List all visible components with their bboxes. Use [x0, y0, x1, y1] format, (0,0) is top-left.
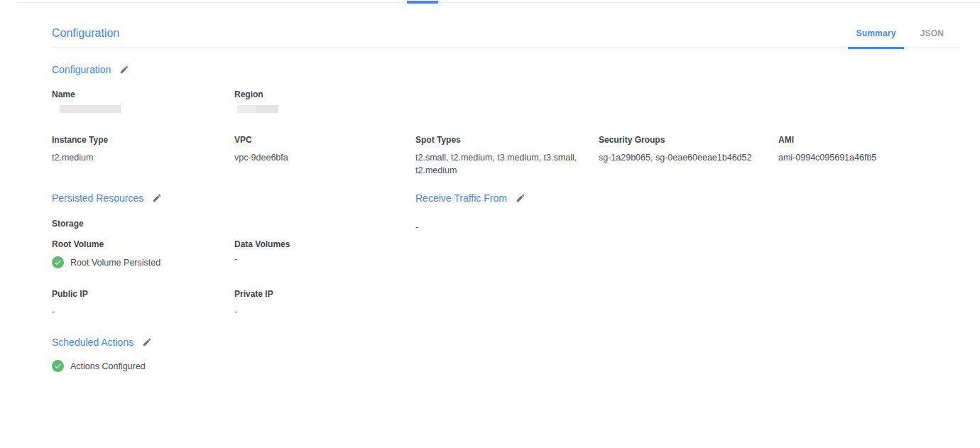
scheduled-actions-status-text: Actions Configured [70, 361, 146, 371]
data-volumes-label: Data Volumes [234, 239, 415, 250]
tab-summary-label: Summary [856, 28, 895, 38]
field-spot-types-label: Spot Types [415, 135, 586, 146]
edit-scheduled-actions-button[interactable] [141, 337, 153, 348]
pencil-icon [516, 193, 526, 203]
private-ip-label: Private IP [234, 289, 415, 300]
field-ami-value: ami-0994c095691a46fb5 [778, 151, 947, 164]
configuration-section-title: Configuration [52, 64, 111, 75]
tab-json-label: JSON [920, 28, 944, 38]
field-spot-types: Spot Types t2.small, t2.medium, t3.mediu… [415, 135, 599, 177]
field-region: Region [234, 89, 415, 113]
view-tabs: Summary JSON [848, 28, 960, 48]
field-vpc: VPC vpc-9dee6bfa [234, 135, 415, 177]
scheduled-actions-title: Scheduled Actions [52, 337, 134, 348]
scheduled-actions-status: Actions Configured [52, 360, 960, 372]
field-name: Name [52, 89, 234, 113]
field-security-groups: Security Groups sg-1a29b065, sg-0eae60ee… [599, 135, 778, 177]
active-tab-underline [848, 47, 904, 49]
tab-json[interactable]: JSON [904, 28, 960, 48]
check-circle-icon [52, 256, 64, 268]
public-ip-label: Public IP [52, 289, 234, 300]
volumes-labels-row: Root Volume Data Volumes [52, 239, 415, 250]
data-volumes-value: - [234, 250, 415, 268]
edit-persisted-resources-button[interactable] [151, 192, 163, 204]
field-ami-label: AMI [778, 135, 947, 146]
edit-receive-traffic-from-button[interactable] [515, 192, 526, 204]
field-vpc-label: VPC [234, 135, 403, 146]
root-volume-label: Root Volume [52, 239, 234, 250]
field-name-label: Name [52, 89, 222, 100]
persisted-resources-header: Persisted Resources [52, 192, 415, 204]
edit-configuration-button[interactable] [119, 64, 130, 75]
volumes-values-row: Root Volume Persisted - [52, 250, 415, 268]
persisted-resources-section: Persisted Resources Storage Root Volume … [52, 192, 415, 318]
public-ip-value: - [52, 305, 234, 318]
main-content: Configuration Summary JSON Configuration… [52, 0, 960, 372]
configuration-fields-row-2: Instance Type t2.medium VPC vpc-9dee6bfa… [52, 135, 960, 177]
pencil-icon [152, 193, 162, 203]
field-security-groups-value: sg-1a29b065, sg-0eae60eeae1b46d52 [599, 151, 766, 164]
receive-traffic-from-title: Receive Traffic From [415, 192, 507, 204]
persisted-resources-title: Persisted Resources [52, 192, 143, 204]
page: { "header": { "page_title": "Configurati… [0, 0, 980, 448]
field-instance-type-value: t2.medium [52, 151, 222, 164]
field-vpc-value: vpc-9dee6bfa [234, 151, 403, 164]
configuration-fields-row-1: Name Region [52, 89, 960, 113]
check-circle-icon [52, 360, 64, 372]
field-security-groups-label: Security Groups [599, 135, 766, 146]
field-region-label: Region [234, 89, 403, 100]
scheduled-actions-section: Scheduled Actions Actions Configured [52, 337, 960, 372]
page-header: Configuration Summary JSON [52, 0, 960, 48]
pencil-icon [119, 65, 129, 75]
pencil-icon [142, 337, 152, 347]
storage-label: Storage [52, 219, 415, 229]
root-volume-status: Root Volume Persisted [52, 256, 234, 268]
field-region-value-redacted [237, 105, 278, 113]
page-title: Configuration [52, 27, 119, 48]
field-ami: AMI ami-0994c095691a46fb5 [778, 135, 960, 177]
scheduled-actions-header: Scheduled Actions [52, 337, 960, 348]
middle-sections-row: Persisted Resources Storage Root Volume … [52, 192, 960, 318]
root-volume-status-text: Root Volume Persisted [70, 258, 160, 268]
receive-traffic-from-section: Receive Traffic From - [415, 192, 960, 318]
ip-values-row: - - [52, 300, 415, 318]
field-instance-type: Instance Type t2.medium [52, 135, 234, 177]
field-instance-type-label: Instance Type [52, 135, 222, 146]
field-spot-types-value: t2.small, t2.medium, t3.medium, t3.small… [415, 151, 586, 177]
configuration-section-header: Configuration [52, 64, 960, 75]
field-name-value-redacted [60, 105, 121, 113]
receive-traffic-from-header: Receive Traffic From [415, 192, 960, 204]
tab-summary[interactable]: Summary [848, 28, 904, 48]
private-ip-value: - [234, 305, 415, 318]
ip-labels-row: Public IP Private IP [52, 289, 415, 300]
receive-traffic-from-value: - [415, 222, 960, 232]
